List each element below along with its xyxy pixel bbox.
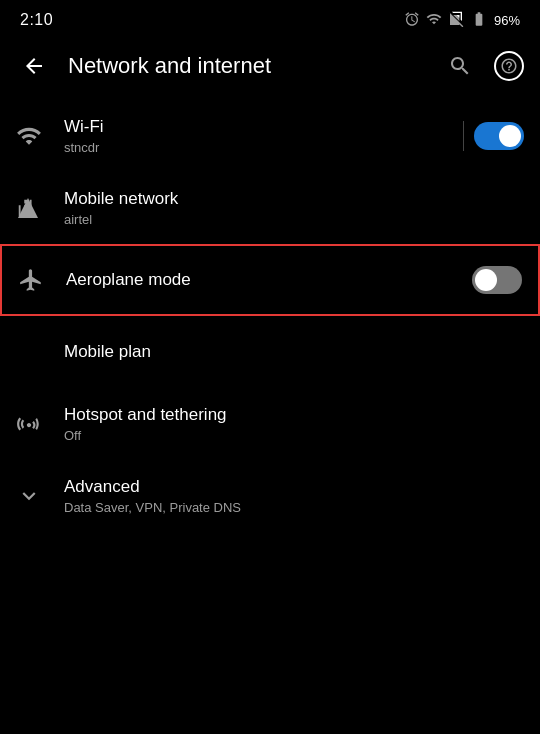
alarm-icon bbox=[404, 11, 420, 30]
aeroplane-toggle[interactable] bbox=[472, 266, 522, 294]
wifi-text: Wi-Fi stncdr bbox=[64, 117, 474, 155]
mobile-network-subtitle: airtel bbox=[64, 212, 524, 227]
wifi-icon-container bbox=[16, 123, 64, 149]
search-button[interactable] bbox=[442, 48, 478, 84]
advanced-subtitle: Data Saver, VPN, Private DNS bbox=[64, 500, 524, 515]
mobile-plan-text: Mobile plan bbox=[64, 342, 524, 362]
app-bar-actions bbox=[442, 48, 524, 84]
settings-list: Wi-Fi stncdr Mobile network airtel Aerop… bbox=[0, 100, 540, 532]
wifi-title: Wi-Fi bbox=[64, 117, 474, 137]
aeroplane-mode-title: Aeroplane mode bbox=[66, 270, 472, 290]
status-time: 2:10 bbox=[20, 11, 53, 29]
aeroplane-mode-text: Aeroplane mode bbox=[66, 270, 472, 290]
page-title: Network and internet bbox=[68, 53, 426, 79]
battery-percentage: 96% bbox=[494, 13, 520, 28]
hotspot-item[interactable]: Hotspot and tethering Off bbox=[0, 388, 540, 460]
signal-status-icon bbox=[448, 11, 464, 30]
mobile-network-item[interactable]: Mobile network airtel bbox=[0, 172, 540, 244]
wifi-toggle[interactable] bbox=[474, 122, 524, 150]
wifi-status-icon bbox=[426, 11, 442, 30]
wifi-divider bbox=[463, 121, 464, 151]
aeroplane-icon-container bbox=[18, 267, 66, 293]
status-bar: 2:10 96% bbox=[0, 0, 540, 36]
wifi-item[interactable]: Wi-Fi stncdr bbox=[0, 100, 540, 172]
wifi-toggle-knob bbox=[499, 125, 521, 147]
mobile-network-text: Mobile network airtel bbox=[64, 189, 524, 227]
mobile-plan-title: Mobile plan bbox=[64, 342, 524, 362]
aeroplane-mode-item[interactable]: Aeroplane mode bbox=[0, 244, 540, 316]
hotspot-icon-container bbox=[16, 411, 64, 437]
hotspot-title: Hotspot and tethering bbox=[64, 405, 524, 425]
battery-icon bbox=[470, 11, 488, 30]
help-button[interactable] bbox=[494, 51, 524, 81]
status-icons: 96% bbox=[404, 11, 520, 30]
hotspot-subtitle: Off bbox=[64, 428, 524, 443]
wifi-toggle-container bbox=[474, 122, 524, 150]
advanced-item[interactable]: Advanced Data Saver, VPN, Private DNS bbox=[0, 460, 540, 532]
mobile-plan-item[interactable]: Mobile plan bbox=[0, 316, 540, 388]
wifi-subtitle: stncdr bbox=[64, 140, 474, 155]
aeroplane-toggle-container bbox=[472, 266, 522, 294]
mobile-network-title: Mobile network bbox=[64, 189, 524, 209]
mobile-network-icon-container bbox=[16, 195, 64, 221]
chevron-down-icon-container bbox=[16, 483, 64, 509]
advanced-text: Advanced Data Saver, VPN, Private DNS bbox=[64, 477, 524, 515]
hotspot-text: Hotspot and tethering Off bbox=[64, 405, 524, 443]
back-button[interactable] bbox=[16, 48, 52, 84]
advanced-title: Advanced bbox=[64, 477, 524, 497]
aeroplane-toggle-knob bbox=[475, 269, 497, 291]
app-bar: Network and internet bbox=[0, 36, 540, 96]
